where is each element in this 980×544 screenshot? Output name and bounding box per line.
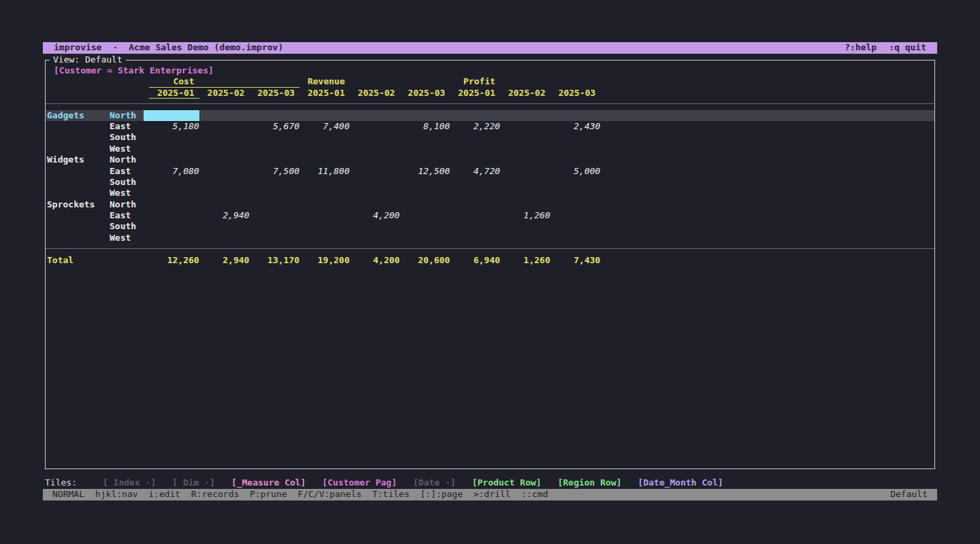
data-cell[interactable] bbox=[199, 233, 250, 243]
data-cell[interactable] bbox=[500, 221, 551, 232]
data-cell[interactable] bbox=[199, 199, 250, 210]
tile-dim[interactable]: [ Dim ·] bbox=[172, 477, 215, 488]
data-cell[interactable] bbox=[399, 177, 450, 188]
table-row[interactable]: South bbox=[47, 221, 934, 232]
data-cell[interactable] bbox=[399, 210, 450, 221]
tile-product-row[interactable]: [Product Row] bbox=[472, 477, 542, 488]
data-cell[interactable]: 2,430 bbox=[551, 121, 601, 132]
filter-badge[interactable]: [Customer = Stark Enterprises] bbox=[47, 65, 934, 76]
data-cell[interactable]: 2,220 bbox=[450, 121, 500, 132]
data-cell[interactable]: 5,670 bbox=[249, 121, 299, 132]
data-cell[interactable] bbox=[450, 188, 500, 199]
data-cell[interactable]: 7,500 bbox=[249, 166, 299, 177]
data-cell[interactable] bbox=[450, 221, 500, 232]
data-cell[interactable] bbox=[299, 110, 350, 121]
column-header[interactable]: 2025-03 bbox=[249, 88, 299, 99]
data-cell[interactable] bbox=[299, 143, 350, 154]
data-cell[interactable]: 7,400 bbox=[299, 121, 350, 132]
data-cell[interactable] bbox=[199, 177, 250, 188]
data-cell[interactable] bbox=[199, 166, 250, 177]
data-cell[interactable] bbox=[399, 110, 450, 121]
data-cell[interactable] bbox=[551, 177, 601, 188]
data-cell[interactable] bbox=[299, 177, 350, 188]
table-row[interactable]: South bbox=[47, 177, 934, 188]
data-cell[interactable] bbox=[199, 188, 250, 199]
data-cell[interactable] bbox=[399, 233, 450, 243]
data-cell[interactable] bbox=[249, 177, 299, 188]
data-cell[interactable] bbox=[199, 221, 250, 232]
data-cell[interactable] bbox=[350, 233, 400, 243]
data-cell[interactable] bbox=[299, 199, 350, 210]
tile-index[interactable]: [ Index ·] bbox=[103, 477, 156, 488]
tile-region-row[interactable]: [Region Row] bbox=[557, 477, 621, 488]
data-cell[interactable] bbox=[399, 199, 450, 210]
data-cell[interactable] bbox=[551, 233, 601, 243]
data-cell[interactable] bbox=[350, 132, 400, 143]
data-cell[interactable] bbox=[450, 132, 500, 143]
column-header[interactable]: 2025-03 bbox=[551, 88, 601, 99]
data-cell[interactable] bbox=[199, 132, 250, 143]
data-cell[interactable] bbox=[399, 188, 450, 199]
data-cell[interactable] bbox=[249, 154, 299, 165]
data-cell[interactable] bbox=[399, 154, 450, 165]
data-cell[interactable] bbox=[500, 199, 551, 210]
data-cell[interactable] bbox=[249, 132, 299, 143]
data-cell[interactable] bbox=[249, 233, 299, 243]
table-row[interactable]: West bbox=[47, 143, 934, 154]
data-cell[interactable] bbox=[350, 143, 400, 154]
data-cell[interactable]: 11,800 bbox=[299, 166, 350, 177]
data-cell[interactable] bbox=[551, 199, 601, 210]
data-cell[interactable]: 4,200 bbox=[350, 210, 400, 221]
table-row-selected[interactable]: Gadgets North bbox=[46, 110, 934, 121]
data-cell[interactable] bbox=[500, 154, 551, 165]
data-cell[interactable] bbox=[551, 132, 601, 143]
data-cell[interactable] bbox=[500, 110, 551, 121]
group-header-revenue[interactable]: Revenue bbox=[299, 76, 350, 87]
data-cell[interactable] bbox=[249, 143, 299, 154]
table-row[interactable]: Sprockets North bbox=[47, 199, 934, 210]
data-cell[interactable] bbox=[350, 188, 400, 199]
data-cell[interactable] bbox=[350, 110, 400, 121]
column-header[interactable]: 2025-02 bbox=[350, 88, 400, 99]
data-cell[interactable] bbox=[500, 233, 551, 243]
data-cell[interactable] bbox=[149, 154, 199, 165]
data-cell[interactable] bbox=[299, 132, 350, 143]
data-cell[interactable] bbox=[450, 177, 500, 188]
data-cell[interactable] bbox=[551, 188, 601, 199]
data-cell[interactable] bbox=[149, 221, 199, 232]
column-header[interactable]: 2025-03 bbox=[399, 88, 450, 99]
tile-date[interactable]: [Date ·] bbox=[413, 477, 456, 488]
data-cell[interactable] bbox=[450, 233, 500, 243]
data-cell[interactable] bbox=[249, 110, 299, 121]
data-cell[interactable] bbox=[249, 221, 299, 232]
data-cell[interactable] bbox=[450, 199, 500, 210]
data-cell[interactable] bbox=[500, 188, 551, 199]
data-cell[interactable] bbox=[450, 154, 500, 165]
data-cell[interactable] bbox=[149, 143, 199, 154]
data-cell[interactable] bbox=[199, 110, 250, 121]
data-cell[interactable] bbox=[149, 177, 199, 188]
column-header[interactable]: 2025-01 bbox=[299, 88, 350, 99]
data-cell[interactable] bbox=[450, 110, 500, 121]
tile-measure-col[interactable]: [_Measure Col] bbox=[231, 477, 306, 488]
data-cell[interactable] bbox=[350, 221, 400, 232]
data-cell[interactable] bbox=[149, 199, 199, 210]
table-row[interactable]: South bbox=[47, 132, 934, 143]
data-cell[interactable] bbox=[249, 210, 299, 221]
data-cell-selected[interactable] bbox=[144, 110, 199, 121]
data-cell[interactable] bbox=[149, 233, 199, 243]
data-cell[interactable]: 12,500 bbox=[399, 166, 450, 177]
data-cell[interactable] bbox=[350, 177, 400, 188]
data-cell[interactable] bbox=[149, 132, 199, 143]
data-cell[interactable] bbox=[500, 177, 551, 188]
data-cell[interactable] bbox=[551, 143, 601, 154]
data-cell[interactable] bbox=[350, 199, 400, 210]
data-cell[interactable] bbox=[299, 154, 350, 165]
data-cell[interactable] bbox=[450, 143, 500, 154]
table-row[interactable]: East 7,080 7,500 11,800 12,500 4,720 5,0… bbox=[47, 166, 934, 177]
data-cell[interactable] bbox=[299, 188, 350, 199]
column-header[interactable]: 2025-02 bbox=[199, 88, 250, 99]
data-cell[interactable] bbox=[500, 143, 551, 154]
tile-date-month-col[interactable]: [Date_Month Col] bbox=[638, 477, 723, 488]
data-cell[interactable] bbox=[500, 121, 551, 132]
